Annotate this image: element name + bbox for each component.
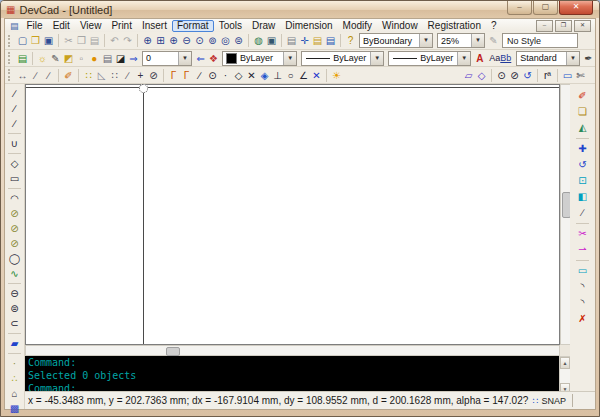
toolbar-grip[interactable] (8, 52, 13, 64)
toolbar-grip[interactable] (8, 69, 13, 81)
document-icon[interactable]: ▤ (10, 21, 19, 31)
mdi-close-button[interactable]: ✕ (574, 20, 591, 32)
menu-modify[interactable]: Modify (338, 20, 377, 32)
snap-angle-button[interactable]: ∠ (297, 68, 310, 83)
object-tracking-button[interactable]: ∕ (42, 68, 55, 83)
explode-button[interactable]: ✗ (575, 311, 590, 327)
mdi-minimize-button[interactable]: – (536, 20, 553, 32)
close-button[interactable]: ✕ (559, 0, 593, 15)
layer-manager-button[interactable]: ▤ (16, 51, 29, 66)
curve-button[interactable]: ∪ (7, 136, 22, 151)
revolve-button[interactable]: ⊙ (495, 68, 508, 83)
undo-button[interactable]: ↶ (108, 33, 121, 48)
construction-line-button[interactable]: ∕ (7, 116, 22, 131)
paste-button[interactable]: ▤ (88, 33, 101, 48)
color-palette-button[interactable]: ❖ (207, 51, 220, 66)
new-button[interactable]: ▢ (16, 33, 29, 48)
toolbar-grip[interactable] (8, 35, 13, 47)
tile-horizontal-button[interactable]: ▤ (311, 33, 324, 48)
menu-print[interactable]: Print (106, 20, 137, 32)
horizontal-scroll-thumb[interactable] (166, 347, 180, 356)
pan-button[interactable]: ◍ (252, 33, 265, 48)
maximize-button[interactable]: ▢ (533, 0, 558, 15)
insert-block-button[interactable]: ▰ (7, 336, 22, 351)
extend-button[interactable]: ⇀ (575, 242, 590, 258)
rotate-button[interactable]: ↺ (575, 157, 590, 173)
measure-button[interactable]: ▭ (561, 68, 574, 83)
menu-file[interactable]: File (22, 20, 48, 32)
divide-button[interactable]: ∴ (7, 371, 22, 386)
render-light-button[interactable]: ☀ (330, 68, 343, 83)
snap-nearest-button[interactable]: ∕ (193, 68, 206, 83)
snap-perpendicular-button[interactable]: ⊥ (271, 68, 284, 83)
polygon-button[interactable]: ◇ (7, 156, 22, 171)
distort-button[interactable]: ▱ (462, 68, 475, 83)
snap-settings-button[interactable]: ✐ (62, 68, 75, 83)
ruler-button[interactable]: ◺ (95, 68, 108, 83)
zoom-extents-button[interactable]: ⊚ (206, 33, 219, 48)
ellipse-arc-button[interactable]: ⊂ (7, 316, 22, 331)
snap-node-button[interactable]: · (219, 68, 232, 83)
snap-tangent-button[interactable]: ○ (284, 68, 297, 83)
layer-edit-button[interactable]: ✎ (49, 51, 62, 66)
chevron-down-icon[interactable]: ▼ (370, 52, 383, 65)
zoom-previous-button[interactable]: ⊜ (232, 33, 245, 48)
redraw-button[interactable]: ▣ (265, 33, 278, 48)
slice-button[interactable]: ⊘ (508, 68, 521, 83)
mirror-button[interactable]: ◭ (575, 120, 590, 136)
rectangle-button[interactable]: ▭ (7, 171, 22, 186)
chevron-down-icon[interactable]: ▼ (471, 34, 484, 47)
chevron-down-icon[interactable]: ▼ (283, 52, 296, 65)
circle-button[interactable]: ◯ (7, 251, 22, 266)
snap-center-button[interactable]: ⊙ (206, 68, 219, 83)
trim-button[interactable]: ✂ (575, 226, 590, 242)
edit-style-button[interactable]: ✎ (487, 33, 500, 48)
spline-button[interactable]: ∿ (7, 266, 22, 281)
snap-intersection-button[interactable]: ✕ (245, 68, 258, 83)
menu-window[interactable]: Window (377, 20, 423, 32)
lineweight-combo[interactable]: ByLayer ▼ (388, 51, 471, 66)
linetype-combo[interactable]: ByLayer ▼ (301, 51, 384, 66)
lengthen-button[interactable]: ∕ (575, 205, 590, 221)
layer-lock-button[interactable]: ◩ (62, 51, 75, 66)
snap-quadrant-button[interactable]: ◇ (232, 68, 245, 83)
zoom-window-button[interactable]: ⊞ (154, 33, 167, 48)
drawn-vertical-line[interactable] (143, 87, 144, 344)
text-style-edit-button[interactable]: A (473, 51, 486, 66)
zoom-all-button[interactable]: ◎ (219, 33, 232, 48)
color-combo[interactable]: ByLayer ▼ (222, 51, 297, 66)
power-button[interactable]: rª (541, 68, 554, 83)
drawn-horizontal-line[interactable] (26, 87, 559, 88)
move-button[interactable]: ✚ (575, 141, 590, 157)
chevron-down-icon[interactable]: ▼ (178, 52, 191, 65)
copy-object-button[interactable]: ❏ (575, 104, 590, 120)
canvas-horizontal-scrollbar[interactable] (25, 345, 560, 356)
skew-button[interactable]: ◇ (475, 68, 488, 83)
menu-draw[interactable]: Draw (247, 20, 280, 32)
textstyle-combo[interactable]: Standard ▼ (516, 51, 580, 66)
stretch-button[interactable]: ◧ (575, 189, 590, 205)
menu-edit[interactable]: Edit (48, 20, 75, 32)
menu-insert[interactable]: Insert (137, 20, 172, 32)
snap-endpoint-button[interactable]: Γ (167, 68, 180, 83)
zoom-realtime-button[interactable]: ⊕ (141, 33, 154, 48)
layer-combo[interactable]: 0 ▼ (142, 51, 192, 66)
open-button[interactable]: ❐ (29, 33, 42, 48)
circle-2p-button[interactable]: ⊘ (7, 221, 22, 236)
previous-layer-button[interactable]: ⇐ (194, 51, 207, 66)
fillet-button[interactable]: ◝ (575, 279, 590, 295)
circle-diameter-button[interactable]: ⊘ (7, 206, 22, 221)
zoom-in-button[interactable]: ⊕ (167, 33, 180, 48)
hatch-button[interactable]: ▩ (7, 401, 22, 416)
menu-registration[interactable]: Registration (423, 20, 486, 32)
layer-freeze-button[interactable]: ▫ (75, 51, 88, 66)
layer-state-button[interactable]: ◪ (114, 51, 127, 66)
mdi-restore-button[interactable]: ❐ (555, 20, 572, 32)
menu-view[interactable]: View (75, 20, 107, 32)
snap-insertion-button[interactable]: ◈ (258, 68, 271, 83)
command-window[interactable]: Command:Selected 0 objectsCommand: (25, 356, 559, 396)
point-button[interactable]: · (7, 356, 22, 371)
arc-direction-button[interactable]: ↺ (521, 68, 534, 83)
zoom-out-button[interactable]: ⊖ (180, 33, 193, 48)
zoom-scale-combo[interactable]: 25% ▼ (437, 33, 485, 48)
